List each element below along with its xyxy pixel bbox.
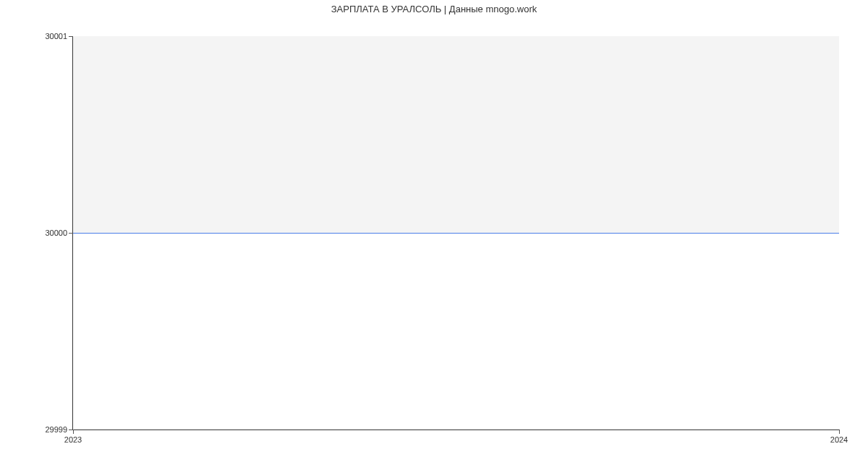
plot-upper-band <box>73 36 839 233</box>
chart-plot: 30001 30000 29999 2023 2024 <box>72 36 839 430</box>
y-tick-label: 29999 <box>45 425 67 434</box>
x-tick-label: 2023 <box>64 435 82 444</box>
y-tick-label: 30000 <box>45 228 67 237</box>
chart-title: ЗАРПЛАТА В УРАЛСОЛЬ | Данные mnogo.work <box>0 4 868 14</box>
series-line <box>73 233 839 234</box>
plot-area: 30001 30000 29999 2023 2024 <box>72 36 839 430</box>
y-tick-label: 30001 <box>45 32 67 40</box>
x-tick-label: 2024 <box>830 435 848 444</box>
